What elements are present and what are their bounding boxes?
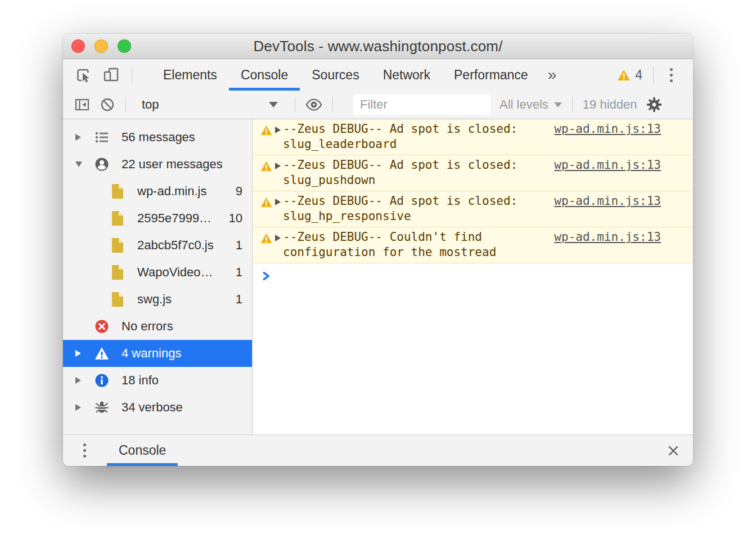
sidebar-item-label: 2595e7999… — [137, 211, 212, 226]
zoom-window-button[interactable] — [118, 39, 131, 53]
chevron-down-icon — [554, 102, 562, 107]
warning-icon — [260, 161, 272, 172]
eye-icon[interactable] — [305, 98, 322, 111]
sidebar-filter-item[interactable]: 18 info — [63, 367, 252, 394]
expand-arrow-icon[interactable] — [275, 163, 281, 169]
sidebar-item-count: 9 — [236, 184, 242, 199]
file-icon — [111, 183, 124, 199]
expand-arrow-icon — [74, 377, 87, 384]
main-menu-icon[interactable] — [664, 66, 678, 83]
prompt-chevron-icon — [262, 271, 271, 281]
sidebar-item-count: 1 — [236, 292, 242, 307]
warnings-badge[interactable]: 4 — [617, 68, 642, 83]
separator — [653, 66, 654, 83]
sidebar-filter-item[interactable]: wp-ad.min.js 9 — [63, 178, 252, 205]
warning-icon — [94, 347, 109, 360]
console-content: 56 messages — [63, 119, 693, 434]
log-levels-dropdown[interactable]: All levels — [500, 97, 562, 112]
execution-context-dropdown[interactable]: top — [136, 97, 285, 112]
more-tabs-button[interactable]: » — [540, 66, 565, 84]
sidebar-item-label: wp-ad.min.js — [137, 184, 206, 199]
source-link[interactable]: wp-ad.min.js:13 — [554, 230, 661, 245]
expand-arrow-icon — [74, 162, 87, 167]
message-text: --Zeus DEBUG-- Ad spot is closed: slug_h… — [283, 194, 547, 224]
expand-arrow-icon — [74, 350, 87, 357]
close-window-button[interactable] — [71, 39, 85, 53]
filter-input[interactable] — [353, 95, 490, 115]
user-icon — [94, 157, 109, 172]
expand-arrow-icon[interactable] — [275, 199, 281, 205]
sidebar-filter-item[interactable]: WapoVideo… 1 — [63, 259, 252, 286]
sidebar-filter-item[interactable]: 2595e7999… 10 — [63, 205, 252, 232]
messages-list-icon — [94, 130, 109, 145]
panel-tab[interactable]: Console — [229, 59, 300, 91]
panel-tab-label: Performance — [454, 68, 528, 83]
separator — [572, 97, 573, 113]
execution-context-value: top — [142, 97, 159, 112]
console-warning-message: --Zeus DEBUG-- Couldn't find configurati… — [253, 227, 693, 263]
traffic-lights — [71, 34, 131, 59]
source-link[interactable]: wp-ad.min.js:13 — [554, 158, 661, 173]
sidebar-toggle-icon[interactable] — [74, 96, 91, 113]
drawer-tab-label: Console — [119, 443, 166, 458]
sidebar-filter-item[interactable]: 56 messages — [63, 124, 252, 151]
sidebar-filter-item[interactable]: 22 user messages — [63, 151, 252, 178]
info-icon — [94, 373, 109, 388]
device-toolbar-icon[interactable] — [102, 65, 121, 84]
panel-tab[interactable]: Elements — [151, 59, 229, 91]
sidebar-item-label: 34 verbose — [122, 400, 183, 415]
panel-tab[interactable]: Sources — [300, 59, 371, 91]
panel-tab[interactable]: Network — [371, 59, 442, 91]
sidebar-filter-item[interactable]: 34 verbose — [63, 394, 252, 421]
source-link[interactable]: wp-ad.min.js:13 — [554, 194, 661, 209]
panel-tab-label: Elements — [163, 68, 217, 83]
console-messages-pane: --Zeus DEBUG-- Ad spot is closed: slug_l… — [253, 119, 693, 434]
sidebar-item-label: 4 warnings — [122, 346, 181, 361]
drawer-tab-console[interactable]: Console — [107, 435, 178, 466]
sidebar-item-label: swg.js — [137, 292, 172, 307]
minimize-window-button[interactable] — [94, 39, 108, 53]
expand-arrow-icon[interactable] — [275, 127, 281, 133]
sidebar-item-label: 56 messages — [122, 130, 195, 145]
sidebar-item-count: 10 — [229, 211, 242, 226]
settings-gear-icon[interactable] — [646, 96, 663, 113]
hidden-messages-count: 19 hidden — [583, 97, 637, 112]
inspect-element-icon[interactable] — [74, 65, 93, 84]
panel-tab-label: Network — [383, 68, 430, 83]
close-drawer-icon[interactable] — [667, 445, 680, 457]
panel-tabs: Elements Console Sources Network Perform… — [151, 59, 540, 91]
file-icon — [111, 210, 124, 226]
separator — [295, 97, 295, 113]
panel-tab-label: Console — [241, 68, 288, 83]
source-link[interactable]: wp-ad.min.js:13 — [554, 122, 661, 137]
console-messages-list: --Zeus DEBUG-- Ad spot is closed: slug_l… — [253, 119, 693, 263]
warning-count: 4 — [635, 68, 642, 83]
console-sidebar: 56 messages — [63, 119, 253, 434]
separator — [332, 97, 333, 113]
sidebar-filter-item[interactable]: 2abcb5f7c0.js 1 — [63, 232, 252, 259]
file-icon — [111, 237, 124, 253]
expand-arrow-icon — [74, 134, 87, 141]
error-icon — [94, 319, 109, 334]
console-toolbar: top All levels 19 hidden — [63, 91, 693, 119]
drawer-bar: Console — [63, 434, 693, 466]
message-text: --Zeus DEBUG-- Ad spot is closed: slug_p… — [283, 158, 547, 188]
sidebar-filter-item[interactable]: swg.js 1 — [63, 286, 252, 313]
expand-arrow-icon[interactable] — [275, 235, 281, 241]
expand-arrow-icon — [74, 404, 87, 411]
bug-icon — [94, 400, 109, 415]
console-prompt[interactable] — [253, 263, 693, 281]
sidebar-filter-item[interactable]: 4 warnings — [63, 340, 252, 367]
file-icon — [111, 264, 124, 280]
warning-icon — [617, 69, 631, 81]
message-text: --Zeus DEBUG-- Couldn't find configurati… — [283, 230, 547, 260]
console-warning-message: --Zeus DEBUG-- Ad spot is closed: slug_p… — [253, 155, 693, 191]
sidebar-filter-item[interactable]: No errors — [63, 313, 252, 340]
drawer-menu-icon[interactable] — [78, 442, 91, 459]
clear-console-icon[interactable] — [100, 97, 115, 113]
panel-tab-bar: Elements Console Sources Network Perform… — [63, 59, 693, 91]
warning-icon — [260, 233, 272, 244]
panel-tab[interactable]: Performance — [442, 59, 540, 91]
chevron-down-icon — [269, 102, 278, 107]
titlebar: DevTools - www.washingtonpost.com/ — [63, 34, 693, 59]
